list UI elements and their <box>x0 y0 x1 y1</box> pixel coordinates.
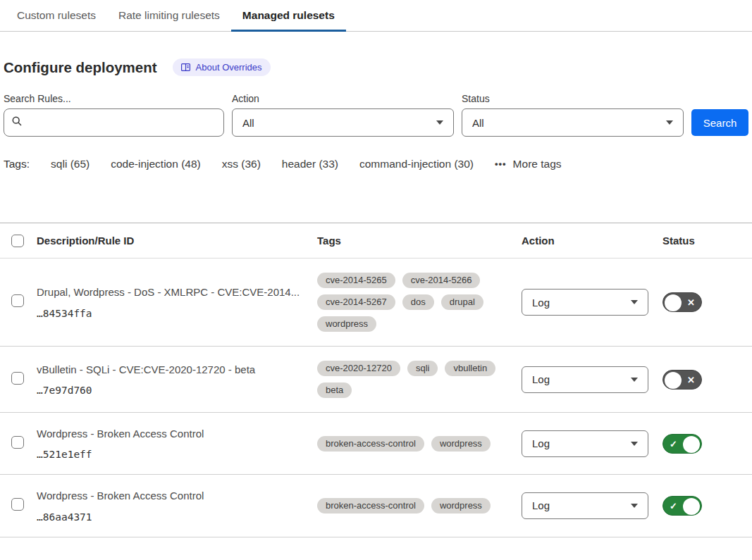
tag-chip: cve-2014-5266 <box>402 273 481 288</box>
rule-description: Wordpress - Broken Access Control <box>37 427 300 441</box>
column-header-description: Description/Rule ID <box>37 235 317 247</box>
status-toggle[interactable]: ✓ <box>662 434 702 454</box>
status-toggle[interactable]: ✕ <box>662 370 702 390</box>
search-input-wrapper <box>4 108 224 137</box>
column-header-action: Action <box>522 235 662 247</box>
tab-managed-rulesets[interactable]: Managed rulesets <box>231 0 346 32</box>
tag-chip: wordpress <box>431 436 491 452</box>
tags-bar-label: Tags: <box>4 158 30 170</box>
tag-chip: cve-2014-5267 <box>317 294 395 310</box>
rule-action-select[interactable]: Log <box>522 289 648 316</box>
rule-tags: broken-access-controlwordpress <box>317 436 522 452</box>
tag-chip: cve-2020-12720 <box>317 361 400 376</box>
rule-id: …521e1eff <box>37 449 300 460</box>
table-body: Drupal, Wordpress - DoS - XMLRPC - CVE:C… <box>0 259 752 537</box>
select-all-checkbox[interactable] <box>11 235 24 247</box>
rule-description: Drupal, Wordpress - DoS - XMLRPC - CVE:C… <box>37 285 300 299</box>
row-checkbox[interactable] <box>11 372 24 385</box>
chevron-down-icon <box>631 300 638 304</box>
rule-cell: vBulletin - SQLi - CVE:CVE-2020-12720 - … <box>37 363 317 396</box>
rule-tags: cve-2014-5265cve-2014-5266cve-2014-5267d… <box>317 273 522 332</box>
rule-action-value: Log <box>532 499 550 511</box>
more-tags-label: More tags <box>513 158 562 170</box>
status-field-group: Status All <box>462 93 684 137</box>
status-toggle[interactable]: ✓ <box>662 496 702 516</box>
table-row: vBulletin - SQLi - CVE:CVE-2020-12720 - … <box>0 347 752 413</box>
rule-action-cell: Log <box>522 289 662 316</box>
chevron-down-icon <box>436 120 443 125</box>
table-row: Drupal, Wordpress - DoS - XMLRPC - CVE:C… <box>0 259 752 347</box>
rule-status-cell: ✕ <box>662 370 752 390</box>
action-filter-value: All <box>242 117 254 129</box>
rule-action-value: Log <box>532 437 550 449</box>
tag-chip: sqli <box>407 361 438 376</box>
tag-filter-link[interactable]: code-injection (48) <box>111 158 201 170</box>
tag-chip: wordpress <box>317 316 376 332</box>
tag-chip: beta <box>317 382 352 398</box>
tag-chip: dos <box>402 294 434 310</box>
tag-chip: drupal <box>441 294 483 310</box>
toggle-state-icon: ✕ <box>687 298 695 307</box>
table-row: Wordpress - Broken Access Control …86aa4… <box>0 475 752 537</box>
more-tags-button[interactable]: ••• More tags <box>495 158 562 170</box>
tag-filter-link[interactable]: sqli (65) <box>51 158 90 170</box>
status-filter-label: Status <box>462 93 684 104</box>
toggle-knob <box>683 436 700 453</box>
search-field-group: Search Rules... <box>4 93 224 137</box>
page-title: Configure deployment <box>4 59 157 76</box>
heading-row: Configure deployment About Overrides <box>0 32 752 76</box>
tags-bar: Tags: sqli (65)code-injection (48)xss (3… <box>0 137 752 170</box>
search-icon <box>11 116 23 130</box>
rule-id: …7e97d760 <box>37 385 300 396</box>
ellipsis-icon: ••• <box>495 158 507 169</box>
table-header-row: Description/Rule ID Tags Action Status <box>0 223 752 259</box>
chevron-down-icon <box>666 120 673 125</box>
status-filter-value: All <box>472 117 484 129</box>
status-toggle[interactable]: ✕ <box>662 292 702 312</box>
rule-tags: broken-access-controlwordpress <box>317 498 522 514</box>
rule-id: …84534ffa <box>37 308 300 319</box>
rule-cell: Drupal, Wordpress - DoS - XMLRPC - CVE:C… <box>37 285 317 318</box>
toggle-knob <box>665 294 682 311</box>
tab-rate-limiting-rulesets[interactable]: Rate limiting rulesets <box>107 0 231 32</box>
tab-custom-rulesets[interactable]: Custom rulesets <box>6 0 107 32</box>
tag-filter-link[interactable]: xss (36) <box>222 158 261 170</box>
tag-filter-link[interactable]: header (33) <box>282 158 338 170</box>
toggle-knob <box>683 498 700 515</box>
tag-chip: broken-access-control <box>317 436 424 452</box>
rule-id: …86aa4371 <box>37 511 300 523</box>
action-field-group: Action All <box>232 93 454 137</box>
tag-chip: wordpress <box>431 498 491 514</box>
rule-action-cell: Log <box>522 430 662 457</box>
toggle-state-icon: ✓ <box>670 501 677 510</box>
rule-status-cell: ✕ <box>662 292 752 312</box>
rule-tags: cve-2020-12720sqlivbulletinbeta <box>317 361 522 398</box>
rule-description: Wordpress - Broken Access Control <box>37 489 300 503</box>
filters-row: Search Rules... Action All Status All Se… <box>0 76 752 137</box>
rule-description: vBulletin - SQLi - CVE:CVE-2020-12720 - … <box>37 363 300 377</box>
rule-action-select[interactable]: Log <box>522 430 648 457</box>
about-overrides-badge[interactable]: About Overrides <box>173 58 271 76</box>
row-checkbox[interactable] <box>11 294 24 307</box>
rule-action-cell: Log <box>522 366 662 393</box>
book-icon <box>180 62 191 73</box>
rule-action-select[interactable]: Log <box>522 492 648 519</box>
rule-status-cell: ✓ <box>662 434 752 454</box>
rules-table: Description/Rule ID Tags Action Status D… <box>0 223 752 537</box>
column-header-tags: Tags <box>317 235 522 247</box>
row-checkbox[interactable] <box>11 498 24 511</box>
rule-action-select[interactable]: Log <box>522 366 648 393</box>
about-overrides-label: About Overrides <box>196 62 262 73</box>
search-input[interactable] <box>28 117 216 129</box>
chevron-down-icon <box>631 378 638 382</box>
rule-action-value: Log <box>532 373 550 385</box>
rule-action-value: Log <box>532 297 550 309</box>
tag-links-host: sqli (65)code-injection (48)xss (36)head… <box>51 158 474 170</box>
status-filter-select[interactable]: All <box>462 108 684 137</box>
table-row: Wordpress - Broken Access Control …521e1… <box>0 413 752 475</box>
search-button[interactable]: Search <box>691 109 748 136</box>
tag-filter-link[interactable]: command-injection (30) <box>359 158 474 170</box>
row-checkbox[interactable] <box>11 436 24 449</box>
rule-cell: Wordpress - Broken Access Control …521e1… <box>37 427 317 460</box>
action-filter-select[interactable]: All <box>232 108 454 137</box>
